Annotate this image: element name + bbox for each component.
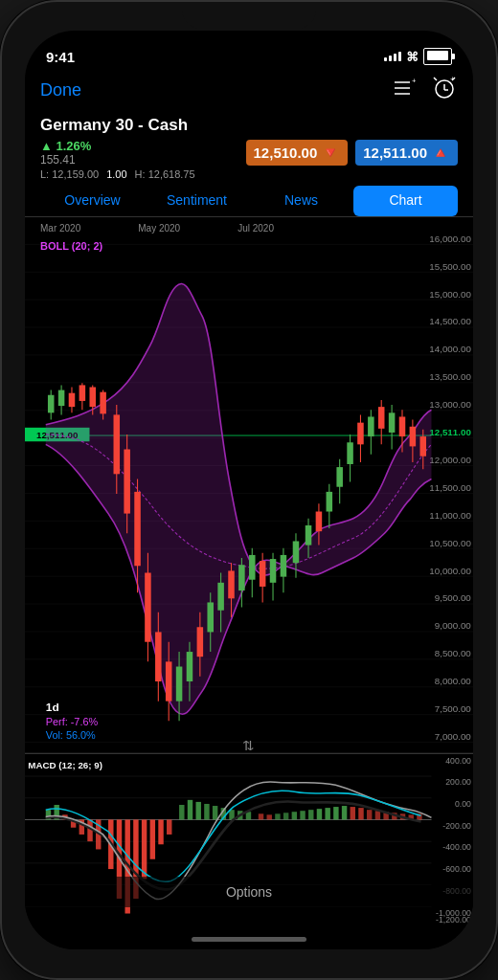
- svg-text:MACD (12; 26; 9): MACD (12; 26; 9): [28, 760, 102, 770]
- svg-rect-63: [197, 627, 204, 657]
- svg-text:15,000.00: 15,000.00: [429, 289, 471, 300]
- svg-rect-105: [419, 436, 426, 457]
- price-boxes: 12,510.00 🔻 12,511.00 🔺: [246, 140, 458, 166]
- tab-chart[interactable]: Chart: [353, 186, 458, 216]
- svg-text:8,500.00: 8,500.00: [435, 648, 471, 658]
- svg-line-7: [434, 78, 437, 80]
- battery-icon: [423, 48, 452, 65]
- svg-rect-41: [79, 385, 86, 401]
- svg-rect-101: [399, 416, 406, 436]
- svg-rect-155: [259, 813, 263, 819]
- high-price: H: 12,618.75: [135, 168, 195, 180]
- svg-rect-163: [325, 808, 329, 819]
- svg-rect-51: [134, 492, 141, 566]
- tabs: Overview Sentiment News Chart: [25, 186, 473, 217]
- svg-rect-67: [217, 583, 224, 611]
- svg-rect-53: [145, 573, 151, 642]
- chart-container[interactable]: Mar 2020 May 2020 Jul 2020 BOLL (20; 2): [25, 217, 473, 928]
- svg-rect-45: [100, 392, 106, 414]
- svg-rect-99: [389, 412, 396, 433]
- svg-text:9,000.00: 9,000.00: [435, 621, 471, 632]
- header: Done +: [25, 73, 473, 112]
- svg-text:10,500.00: 10,500.00: [429, 538, 471, 548]
- svg-text:9,500.00: 9,500.00: [435, 593, 471, 604]
- svg-rect-146: [179, 805, 184, 819]
- svg-rect-147: [188, 800, 192, 820]
- svg-rect-55: [155, 632, 162, 681]
- svg-rect-148: [195, 802, 200, 820]
- svg-text:+: +: [412, 78, 416, 85]
- header-icons: + +: [393, 77, 458, 104]
- svg-rect-149: [204, 804, 209, 820]
- svg-rect-87: [327, 492, 333, 512]
- svg-rect-89: [336, 467, 343, 487]
- options-label[interactable]: Options: [226, 884, 272, 900]
- svg-rect-73: [249, 555, 256, 580]
- svg-text:8,000.00: 8,000.00: [435, 676, 471, 686]
- done-button[interactable]: Done: [40, 80, 81, 100]
- home-indicator: [25, 928, 473, 949]
- svg-text:⇅: ⇅: [242, 739, 255, 754]
- tab-news[interactable]: News: [249, 186, 353, 216]
- svg-rect-143: [150, 819, 155, 858]
- svg-text:16,000.00: 16,000.00: [429, 234, 471, 244]
- tab-overview[interactable]: Overview: [40, 186, 145, 216]
- svg-rect-83: [306, 525, 312, 546]
- sell-price-box[interactable]: 12,510.00 🔻: [246, 140, 349, 166]
- svg-rect-165: [342, 806, 347, 819]
- svg-rect-61: [187, 652, 193, 681]
- svg-rect-57: [166, 661, 172, 701]
- svg-rect-159: [292, 812, 297, 819]
- svg-text:15,500.00: 15,500.00: [429, 261, 471, 272]
- change-percent: ▲ 1.26%: [40, 139, 91, 153]
- spread: 1.00: [106, 168, 126, 180]
- buy-arrow-icon: 🔺: [431, 144, 450, 162]
- change-points: 155.41: [40, 153, 91, 167]
- svg-rect-65: [207, 602, 214, 632]
- wifi-icon: ⌘: [406, 50, 419, 64]
- svg-rect-35: [48, 395, 55, 413]
- watchlist-icon[interactable]: +: [393, 78, 416, 102]
- main-chart-svg: 16,000.00 15,500.00 15,000.00 14,500.00 …: [25, 217, 473, 928]
- svg-text:12,000.00: 12,000.00: [429, 455, 471, 465]
- svg-rect-103: [410, 427, 417, 447]
- svg-text:-400.00: -400.00: [442, 843, 471, 853]
- svg-text:13,000.00: 13,000.00: [429, 399, 471, 410]
- svg-rect-37: [58, 390, 65, 407]
- svg-rect-142: [142, 819, 147, 879]
- svg-rect-71: [238, 565, 245, 590]
- svg-rect-136: [87, 819, 92, 841]
- alarm-icon[interactable]: +: [431, 77, 458, 104]
- svg-rect-162: [317, 809, 322, 819]
- svg-rect-93: [357, 423, 364, 445]
- status-icons: ⌘: [384, 48, 452, 65]
- svg-text:7,000.00: 7,000.00: [435, 731, 471, 742]
- svg-text:400.00: 400.00: [445, 756, 471, 766]
- svg-text:-600.00: -600.00: [442, 864, 471, 874]
- svg-rect-164: [333, 807, 338, 819]
- buy-price: 12,511.00: [363, 145, 427, 161]
- svg-rect-69: [228, 570, 235, 598]
- sell-price: 12,510.00: [254, 145, 318, 161]
- svg-rect-91: [347, 442, 353, 464]
- svg-text:+: +: [450, 77, 455, 83]
- svg-text:14,500.00: 14,500.00: [429, 317, 471, 327]
- svg-text:0.00: 0.00: [455, 799, 471, 809]
- svg-rect-150: [213, 806, 217, 819]
- svg-text:200.00: 200.00: [445, 778, 471, 788]
- svg-rect-97: [378, 407, 385, 429]
- svg-text:10,000.00: 10,000.00: [429, 566, 471, 576]
- svg-text:11,000.00: 11,000.00: [429, 510, 471, 521]
- stock-info: Germany 30 - Cash ▲ 1.26% 155.41 12,510.…: [25, 112, 473, 186]
- svg-text:13,500.00: 13,500.00: [429, 372, 471, 383]
- svg-rect-167: [358, 808, 363, 819]
- svg-rect-95: [368, 416, 374, 436]
- svg-rect-43: [89, 387, 96, 407]
- sell-arrow-icon: 🔻: [321, 144, 340, 162]
- tab-sentiment[interactable]: Sentiment: [145, 186, 249, 216]
- buy-price-box[interactable]: 12,511.00 🔺: [355, 140, 458, 166]
- svg-text:14,000.00: 14,000.00: [429, 345, 471, 355]
- svg-rect-75: [260, 561, 266, 587]
- svg-rect-156: [267, 814, 272, 819]
- svg-text:Vol: 56.0%: Vol: 56.0%: [46, 729, 97, 741]
